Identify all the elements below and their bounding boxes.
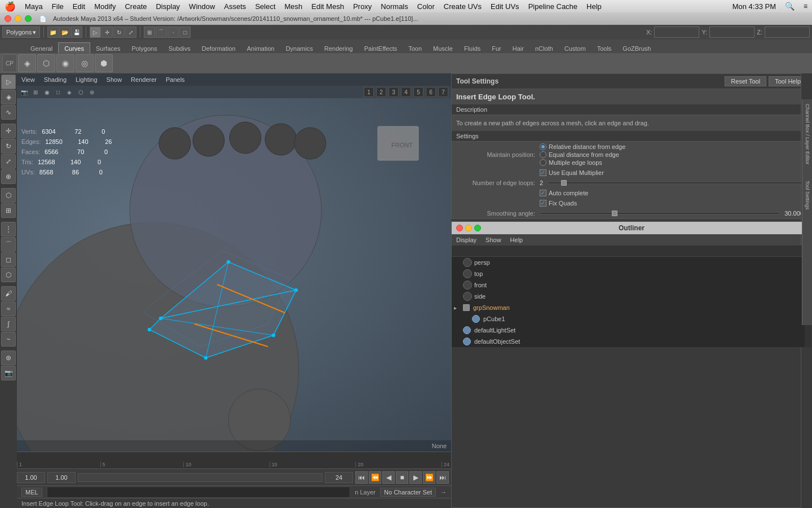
next-frame-btn[interactable]: ⏩	[423, 471, 435, 484]
new-scene-btn[interactable]: 📁	[47, 27, 59, 38]
current-frame[interactable]	[47, 472, 76, 483]
outliner-item-persp[interactable]: persp	[452, 257, 811, 268]
tool-settings-tab-label[interactable]: Tool Settings	[804, 178, 811, 212]
outliner-close[interactable]	[456, 225, 463, 231]
shelf-tab-hair[interactable]: Hair	[507, 42, 529, 53]
shelf-tab-fur[interactable]: Fur	[486, 42, 507, 53]
range-slider[interactable]	[78, 473, 323, 482]
vp-icon-shade[interactable]: ◉	[42, 87, 52, 97]
y-input[interactable]	[709, 27, 754, 38]
shelf-tab-custom[interactable]: Custom	[559, 42, 592, 53]
range-start[interactable]	[17, 472, 45, 483]
minimize-button[interactable]	[15, 15, 21, 22]
vp-menu-show[interactable]: Show	[107, 76, 122, 83]
reset-tool-btn[interactable]: Reset Tool	[725, 76, 766, 86]
shelf-tab-general[interactable]: General	[25, 42, 58, 53]
menu-mesh[interactable]: Mesh	[285, 2, 303, 11]
move-tool-btn[interactable]: ✛	[1, 124, 16, 138]
timeline-track[interactable]: 1 5 10 15 20 24	[17, 452, 451, 468]
snap-view-btn[interactable]: □	[179, 27, 191, 38]
universal-manip-btn[interactable]: ⊕	[1, 169, 16, 184]
vp-quality-3[interactable]: 3	[389, 87, 399, 97]
outliner-item-defaultobjectset[interactable]: defaultObjectSet	[452, 336, 811, 347]
vp-menu-lighting[interactable]: Lighting	[76, 76, 98, 83]
play-fwd-btn[interactable]: ▶	[409, 471, 422, 484]
expand-arrow-grpsnowman[interactable]: ▸	[454, 305, 461, 311]
outliner-zoom[interactable]	[474, 225, 481, 231]
scale-btn[interactable]: ⤢	[125, 27, 136, 38]
snap-curve-btn[interactable]: ⌒	[156, 27, 167, 38]
shelf-tab-curves[interactable]: Curves	[58, 42, 90, 53]
vp-menu-panels[interactable]: Panels	[166, 76, 185, 83]
auto-complete-check[interactable]: ✓ Auto complete	[540, 190, 588, 196]
go-start-btn[interactable]: ⏮	[355, 471, 368, 484]
edge-loops-slider[interactable]	[548, 182, 807, 184]
shelf-icon-2[interactable]: ⬡	[37, 54, 55, 72]
menu-select[interactable]: Select	[255, 2, 275, 11]
menu-create[interactable]: Create	[125, 2, 147, 11]
vp-menu-renderer[interactable]: Renderer	[131, 76, 157, 83]
mel-label[interactable]: MEL	[21, 488, 42, 497]
vp-icon-grid[interactable]: ⊞	[30, 87, 41, 97]
select-mode-btn[interactable]: ▷	[1, 75, 16, 89]
use-equal-multiplier-check[interactable]: ✓ Use Equal Multiplier	[540, 169, 604, 176]
menu-proxy[interactable]: Proxy	[353, 2, 372, 11]
vp-icon-res[interactable]: ⊛	[87, 87, 97, 97]
move-btn[interactable]: ✛	[102, 27, 113, 38]
apple-menu[interactable]: 🍎	[5, 1, 16, 12]
snap-align-btn[interactable]: ⋮	[1, 222, 16, 237]
outliner-item-defaultlightset[interactable]: defaultLightSet	[452, 325, 811, 336]
menu-edit-mesh[interactable]: Edit Mesh	[311, 2, 344, 11]
outliner-item-pcube1[interactable]: pCube1	[452, 313, 811, 325]
vp-quality-2[interactable]: 2	[376, 87, 386, 97]
save-btn[interactable]: 💾	[71, 27, 82, 38]
outliner-menu-show[interactable]: Show	[486, 237, 501, 243]
curve-btn[interactable]: ⌒	[1, 237, 16, 252]
outliner-menu-display[interactable]: Display	[456, 237, 476, 243]
shelf-icon-5[interactable]: ⬢	[95, 54, 113, 72]
shelf-tab-animation[interactable]: Animation	[241, 42, 280, 53]
poly-btn[interactable]: ⬡	[1, 268, 16, 282]
viewport[interactable]: View Shading Lighting Show Renderer Pane…	[17, 73, 451, 452]
menu-edit-uvs[interactable]: Edit UVs	[491, 2, 519, 11]
vp-icon-iso[interactable]: ⬡	[76, 87, 86, 97]
cloth-btn[interactable]: ≈	[1, 301, 16, 316]
menu-display[interactable]: Display	[156, 2, 180, 11]
shelf-tab-rendering[interactable]: Rendering	[319, 42, 359, 53]
menu-help[interactable]: Help	[586, 2, 602, 11]
smoothing-slider[interactable]	[540, 212, 780, 214]
vp-quality-5[interactable]: 5	[413, 87, 423, 97]
shelf-tab-surfaces[interactable]: Surfaces	[90, 42, 126, 53]
list-icon[interactable]: ≡	[804, 2, 807, 10]
radio-multiple[interactable]: Multiple edge loops	[540, 159, 625, 166]
snap-point-btn[interactable]: ·	[167, 27, 179, 38]
prev-frame-btn[interactable]: ⏪	[369, 471, 381, 484]
shelf-tab-ncloth[interactable]: nCloth	[529, 42, 559, 53]
menu-color[interactable]: Color	[417, 2, 435, 11]
play-back-btn[interactable]: ◀	[382, 471, 395, 484]
channel-box-tab-label[interactable]: Channel Box / Layer Editor	[804, 102, 811, 167]
camera-btn[interactable]: 📷	[1, 366, 16, 380]
vp-menu-view[interactable]: View	[21, 76, 35, 83]
stop-btn[interactable]: ■	[396, 471, 408, 484]
snap-grid-btn[interactable]: ⊞	[144, 27, 155, 38]
hair-btn[interactable]: ∫	[1, 317, 16, 331]
fluid-btn[interactable]: ~	[1, 332, 16, 347]
shelf-tab-subdivs[interactable]: Subdivs	[163, 42, 196, 53]
shelf-tab-gozbrush[interactable]: GoZBrush	[617, 42, 656, 53]
outliner-minimize[interactable]	[465, 225, 472, 231]
show-manip-btn[interactable]: ⊞	[1, 203, 16, 218]
rotate-btn[interactable]: ↻	[113, 27, 125, 38]
shelf-icon-4[interactable]: ◎	[76, 54, 94, 72]
status-input[interactable]	[47, 487, 351, 498]
outliner-item-top[interactable]: top	[452, 268, 811, 279]
menu-create-uvs[interactable]: Create UVs	[444, 2, 482, 11]
outliner-item-grpsnowman[interactable]: ▸ grpSnowman	[452, 302, 811, 313]
z-input[interactable]	[765, 27, 810, 38]
shelf-tab-painteffects[interactable]: PaintEffects	[359, 42, 403, 53]
vp-icon-xray[interactable]: ◈	[64, 87, 74, 97]
vp-icon-cam[interactable]: 📷	[19, 87, 29, 97]
vp-quality-6[interactable]: 6	[426, 87, 436, 97]
menu-maya[interactable]: Maya	[25, 2, 43, 11]
vp-quality-4[interactable]: 4	[401, 87, 411, 97]
